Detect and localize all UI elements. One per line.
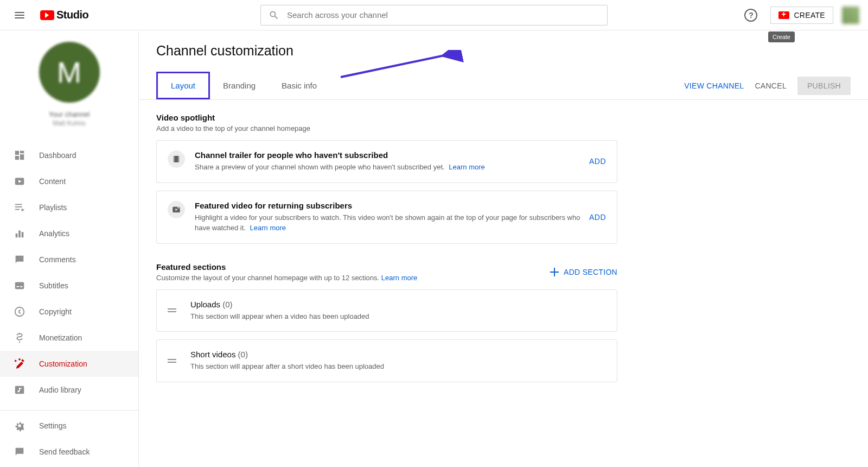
help-button[interactable]: ? <box>740 4 762 26</box>
playlists-icon <box>13 201 26 214</box>
svg-rect-2 <box>15 204 22 205</box>
svg-rect-23 <box>178 156 180 162</box>
svg-marker-5 <box>22 209 24 212</box>
search-input[interactable] <box>287 10 599 20</box>
main-content: Channel customization Layout Branding Ba… <box>139 31 868 467</box>
svg-rect-3 <box>15 206 22 207</box>
svg-rect-10 <box>17 286 20 287</box>
gear-icon <box>13 419 26 432</box>
drag-handle-icon[interactable] <box>168 308 181 312</box>
spotlight-subtitle: Add a video to the top of your channel h… <box>156 124 617 132</box>
sidebar-item-feedback[interactable]: Send feedback <box>0 439 138 465</box>
subtitles-icon <box>13 279 26 292</box>
row-desc: This section will appear when a video ha… <box>190 311 606 322</box>
youtube-play-icon <box>40 10 54 20</box>
sidebar-item-monetization[interactable]: Monetization <box>0 325 138 351</box>
cancel-button[interactable]: CANCEL <box>755 81 787 90</box>
tab-actions: VIEW CHANNEL CANCEL PUBLISH <box>684 77 851 95</box>
row-desc: This section will appear after a short v… <box>190 361 606 372</box>
search-wrap <box>260 5 608 26</box>
section-featured: Featured sections Customize the layout o… <box>156 262 617 382</box>
copyright-icon <box>13 305 26 318</box>
section-row-uploads[interactable]: Uploads (0) This section will appear whe… <box>156 289 617 332</box>
learn-more-link[interactable]: Learn more <box>449 163 484 171</box>
spotlight-title: Video spotlight <box>156 113 617 122</box>
sidebar-item-subtitles[interactable]: Subtitles <box>0 273 138 299</box>
card-channel-trailer: Channel trailer for people who haven't s… <box>156 140 617 183</box>
create-label: CREATE <box>794 11 825 20</box>
svg-rect-6 <box>16 234 18 237</box>
featured-video-icon: ★ <box>168 201 185 218</box>
card-title: Channel trailer for people who haven't s… <box>195 150 582 160</box>
sidebar-item-customization[interactable]: Customization <box>0 351 138 377</box>
page-title: Channel customization <box>156 43 851 59</box>
studio-logo[interactable]: Studio <box>40 9 88 21</box>
svg-rect-18 <box>19 388 22 389</box>
create-button[interactable]: CREATE <box>770 7 833 24</box>
learn-more-link[interactable]: Learn more <box>381 274 417 282</box>
card-desc: Share a preview of your channel shown wi… <box>195 162 582 173</box>
sidebar-item-analytics[interactable]: Analytics <box>0 220 138 247</box>
tab-layout[interactable]: Layout <box>156 72 210 99</box>
drag-handle-icon[interactable] <box>168 359 181 363</box>
analytics-icon <box>13 227 26 240</box>
content-icon <box>13 175 26 188</box>
svg-point-14 <box>19 358 21 360</box>
sidebar-nav: Dashboard Content Playlists Analytics Co… <box>0 142 138 403</box>
tab-branding[interactable]: Branding <box>210 73 269 98</box>
sidebar: M Your channel Matt Kuhns Dashboard Cont… <box>0 31 139 467</box>
svg-rect-8 <box>22 232 24 237</box>
svg-rect-7 <box>18 231 21 238</box>
view-channel-button[interactable]: VIEW CHANNEL <box>684 81 744 90</box>
channel-name: Matt Kuhns <box>9 119 130 127</box>
learn-more-link[interactable]: Learn more <box>250 224 286 232</box>
add-section-button[interactable]: ADD SECTION <box>550 267 617 277</box>
plus-icon <box>550 267 559 277</box>
sidebar-item-settings[interactable]: Settings <box>0 413 138 439</box>
svg-rect-9 <box>15 282 24 289</box>
header: Studio ? CREATE Create <box>0 0 868 30</box>
row-title: Uploads (0) <box>190 300 606 309</box>
monetization-icon <box>13 331 26 344</box>
sidebar-item-audio-library[interactable]: Audio library <box>0 377 138 403</box>
search-icon <box>269 10 279 21</box>
sidebar-item-copyright[interactable]: Copyright <box>0 299 138 325</box>
svg-text:★: ★ <box>178 206 180 209</box>
dashboard-icon <box>13 149 26 162</box>
section-row-short-videos[interactable]: Short videos (0) This section will appea… <box>156 339 617 382</box>
sidebar-bottom: Settings Send feedback <box>0 410 138 467</box>
add-button[interactable]: ADD <box>589 157 606 166</box>
logo-text: Studio <box>56 9 88 21</box>
tab-basic-info[interactable]: Basic info <box>269 73 330 98</box>
sidebar-item-dashboard[interactable]: Dashboard <box>0 142 138 168</box>
help-icon: ? <box>744 9 757 22</box>
customization-icon <box>13 357 26 370</box>
channel-label: Your channel <box>9 110 130 118</box>
svg-rect-22 <box>173 156 174 162</box>
publish-button: PUBLISH <box>797 77 851 95</box>
menu-button[interactable] <box>9 4 30 26</box>
add-button[interactable]: ADD <box>589 213 606 222</box>
section-video-spotlight: Video spotlight Add a video to the top o… <box>156 113 617 244</box>
card-desc: Highlight a video for your subscribers t… <box>195 212 582 234</box>
feedback-icon <box>13 445 26 458</box>
channel-avatar: M <box>39 42 100 103</box>
hamburger-icon <box>15 12 24 18</box>
sidebar-item-playlists[interactable]: Playlists <box>0 194 138 220</box>
header-right: ? CREATE <box>740 4 859 26</box>
search-box[interactable] <box>260 5 608 26</box>
svg-rect-4 <box>15 209 20 210</box>
svg-rect-11 <box>20 286 23 287</box>
audio-icon <box>13 383 26 396</box>
featured-subtitle: Customize the layout of your channel hom… <box>156 274 417 282</box>
create-camera-icon <box>778 11 789 19</box>
channel-block[interactable]: M Your channel Matt Kuhns <box>0 42 138 135</box>
featured-title: Featured sections <box>156 262 417 272</box>
svg-point-13 <box>15 360 16 362</box>
sidebar-item-comments[interactable]: Comments <box>0 247 138 273</box>
row-title: Short videos (0) <box>190 350 606 359</box>
account-avatar[interactable] <box>842 7 859 24</box>
card-featured-video: ★ Featured video for returning subscribe… <box>156 191 617 244</box>
card-title: Featured video for returning subscribers <box>195 201 582 210</box>
sidebar-item-content[interactable]: Content <box>0 168 138 194</box>
